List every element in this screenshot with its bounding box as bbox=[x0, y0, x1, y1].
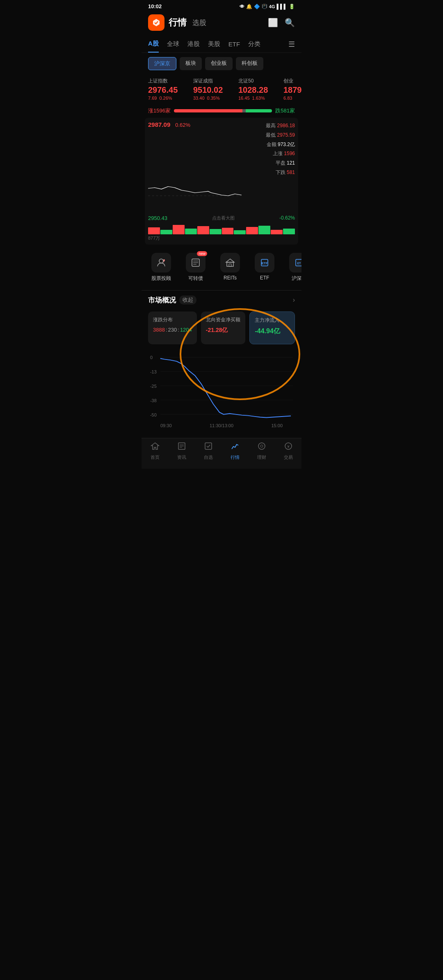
svg-text:0: 0 bbox=[150, 355, 153, 360]
index-name-cy: 创业 bbox=[283, 78, 301, 85]
x-label-close: 15:00 bbox=[271, 423, 283, 428]
bottom-nav: 首页 资讯 自选 行情 bbox=[142, 438, 301, 469]
quick-hushen[interactable]: ET 沪深股 bbox=[283, 253, 301, 282]
tab-category[interactable]: 分类 bbox=[248, 36, 260, 52]
index-name-bj: 北证50 bbox=[238, 78, 277, 85]
card-rfd[interactable]: 涨跌分布 3888 : 230 : 1204 bbox=[148, 311, 197, 344]
tab-etf[interactable]: ETF bbox=[228, 37, 240, 52]
nav-home[interactable]: 首页 bbox=[142, 442, 168, 460]
index-change-sh: 7.690.26% bbox=[148, 96, 187, 101]
svg-marker-8 bbox=[226, 259, 234, 262]
volume-bars bbox=[148, 223, 295, 234]
chart-click-hint[interactable]: 点击看大图 bbox=[212, 215, 235, 221]
quick-reits[interactable]: REITs bbox=[214, 253, 247, 282]
nav-label-watchlist: 自选 bbox=[204, 454, 213, 460]
tab-menu-icon[interactable]: ☰ bbox=[288, 40, 295, 49]
nav-market[interactable]: 行情 bbox=[222, 442, 248, 460]
nav-trade[interactable]: ¥ 交易 bbox=[275, 442, 301, 460]
new-badge-convertible: new bbox=[197, 251, 207, 256]
nav-icon-watchlist bbox=[204, 442, 213, 453]
progress-green bbox=[246, 109, 272, 112]
index-name-sh: 上证指数 bbox=[148, 78, 187, 85]
index-card-bj[interactable]: 北证50 1028.28 16.451.63% bbox=[235, 74, 280, 104]
quick-label-convertible: 可转债 bbox=[188, 275, 203, 282]
index-change-bj: 16.451.63% bbox=[238, 96, 277, 101]
nav-icon-trade: ¥ bbox=[284, 442, 293, 453]
nav-label-news: 资讯 bbox=[177, 454, 186, 460]
nav-label-home: 首页 bbox=[151, 454, 160, 460]
card-title-rfd: 涨跌分布 bbox=[153, 316, 192, 323]
status-time: 10:02 bbox=[148, 3, 162, 9]
tab-global[interactable]: 全球 bbox=[167, 36, 179, 52]
x-label-noon: 11:30/13:00 bbox=[210, 423, 233, 428]
index-card-cy[interactable]: 创业 1879 6.83 bbox=[280, 74, 301, 104]
tab-hk[interactable]: 港股 bbox=[187, 36, 200, 52]
card-title-north: 北向资金净买额 bbox=[206, 316, 241, 323]
svg-text:-13: -13 bbox=[150, 369, 157, 374]
quick-etf[interactable]: ETF ETF bbox=[248, 253, 281, 282]
search-icon[interactable]: 🔍 bbox=[285, 18, 295, 27]
card-value-north: -21.28亿 bbox=[206, 327, 241, 334]
quick-icon-convertible: new bbox=[186, 253, 206, 272]
index-card-sz[interactable]: 深证成指 9510.02 33.400.35% bbox=[190, 74, 235, 104]
quick-icon-etf: ETF bbox=[255, 253, 274, 272]
nav-finance[interactable]: 理财 bbox=[248, 442, 275, 460]
header-title: 行情 bbox=[169, 16, 187, 29]
market-bar: 涨1596家 跌581家 bbox=[142, 105, 301, 116]
chart-stats: 最高 2986.18 最低 2975.59 金额 973.2亿 上涨 1596 … bbox=[266, 121, 295, 177]
collapse-button[interactable]: 收起 bbox=[179, 295, 196, 305]
rfd-values: 3888 : 230 : 1204 bbox=[153, 327, 192, 333]
rfd-fall: 1204 bbox=[180, 327, 192, 333]
app-logo bbox=[148, 14, 164, 31]
nav-watchlist[interactable]: 自选 bbox=[195, 442, 222, 460]
tab-a-stock[interactable]: A股 bbox=[148, 36, 159, 53]
subtab-star[interactable]: 科创板 bbox=[236, 57, 263, 70]
spacer bbox=[142, 428, 301, 438]
svg-rect-9 bbox=[229, 264, 231, 266]
quick-label-hushen: 沪深股 bbox=[292, 275, 301, 282]
svg-text:-25: -25 bbox=[150, 384, 157, 389]
chart-bottom-price: 2950.43 bbox=[148, 215, 167, 221]
x-label-open: 09:30 bbox=[160, 423, 172, 428]
app-header: 行情 选股 ⬜ 🔍 bbox=[142, 11, 301, 36]
svg-point-1 bbox=[159, 259, 163, 263]
nav-icon-home bbox=[151, 442, 160, 453]
subtab-sector[interactable]: 板块 bbox=[180, 57, 202, 70]
quick-convertible[interactable]: new 可转债 bbox=[179, 253, 212, 282]
rise-label: 涨1596家 bbox=[148, 107, 171, 114]
quick-label-reits: REITs bbox=[224, 275, 237, 281]
flow-chart-svg: 0 -13 -25 -38 -50 bbox=[148, 351, 295, 425]
subtab-shenzhen[interactable]: 沪深京 bbox=[148, 57, 176, 70]
quick-stock-advisor[interactable]: 股票投顾 bbox=[145, 253, 178, 282]
nav-icon-market bbox=[231, 442, 240, 453]
sub-tabs: 沪深京 板块 创业板 科创板 bbox=[142, 53, 301, 74]
tab-us[interactable]: 美股 bbox=[208, 36, 220, 52]
quick-label-etf: ETF bbox=[260, 275, 269, 281]
index-row: 上证指数 2976.45 7.690.26% 深证成指 9510.02 33.4… bbox=[142, 74, 301, 104]
rfd-flat: 230 bbox=[168, 327, 177, 333]
svg-rect-29 bbox=[205, 443, 212, 449]
divider bbox=[142, 290, 301, 291]
index-value-sh: 2976.45 bbox=[148, 85, 187, 95]
chart-area[interactable]: 2987.09 0.62% 最高 2986.18 最低 2975.59 金额 9… bbox=[145, 118, 298, 245]
section-title-market: 市场概况 bbox=[148, 295, 176, 305]
nav-label-market: 行情 bbox=[231, 454, 240, 460]
nav-news[interactable]: 资讯 bbox=[168, 442, 195, 460]
index-change-sz: 33.400.35% bbox=[193, 96, 232, 101]
share-icon[interactable]: ⬜ bbox=[268, 18, 278, 27]
svg-point-2 bbox=[163, 259, 165, 261]
index-value-bj: 1028.28 bbox=[238, 85, 277, 95]
card-mainforce[interactable]: 主力净流入 -44.94亿 bbox=[249, 311, 295, 344]
card-north[interactable]: 北向资金净买额 -21.28亿 bbox=[201, 311, 246, 344]
nav-label-finance: 理财 bbox=[257, 454, 266, 460]
index-card-sh[interactable]: 上证指数 2976.45 7.690.26% bbox=[145, 74, 190, 104]
status-icons: 👁 🔔 🔷 📳 4G ▌▌▌ 🔋 bbox=[240, 4, 295, 9]
nav-label-trade: 交易 bbox=[284, 454, 293, 460]
header-subtitle: 选股 bbox=[192, 18, 206, 27]
chart-top-pct: 0.62% bbox=[175, 122, 190, 128]
chart-bottom-pct: -0.62% bbox=[279, 215, 295, 221]
subtab-chinext[interactable]: 创业板 bbox=[205, 57, 233, 70]
flow-chart-container: 0 -13 -25 -38 -50 09:30 11:30/13:00 15:0… bbox=[142, 348, 301, 428]
quick-icon-advisor bbox=[151, 253, 171, 272]
progress-red bbox=[174, 109, 242, 112]
